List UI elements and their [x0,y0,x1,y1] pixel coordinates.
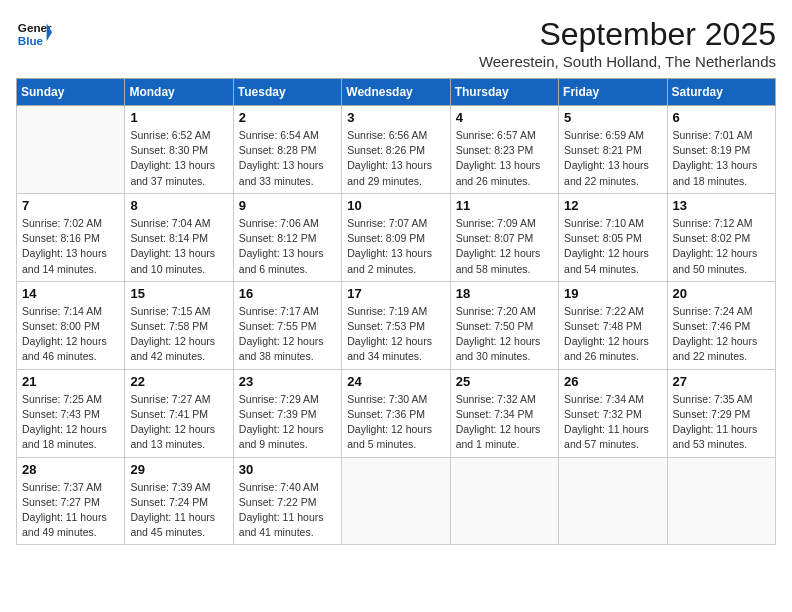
day-number: 18 [456,286,553,301]
day-number: 25 [456,374,553,389]
day-number: 23 [239,374,336,389]
day-number: 21 [22,374,119,389]
day-cell: 7Sunrise: 7:02 AMSunset: 8:16 PMDaylight… [17,193,125,281]
day-number: 17 [347,286,444,301]
day-number: 10 [347,198,444,213]
day-info: Sunrise: 6:52 AMSunset: 8:30 PMDaylight:… [130,128,227,189]
day-info: Sunrise: 7:27 AMSunset: 7:41 PMDaylight:… [130,392,227,453]
weekday-header-row: SundayMondayTuesdayWednesdayThursdayFrid… [17,79,776,106]
weekday-header-friday: Friday [559,79,667,106]
day-info: Sunrise: 7:22 AMSunset: 7:48 PMDaylight:… [564,304,661,365]
day-info: Sunrise: 7:19 AMSunset: 7:53 PMDaylight:… [347,304,444,365]
day-info: Sunrise: 7:14 AMSunset: 8:00 PMDaylight:… [22,304,119,365]
day-cell: 13Sunrise: 7:12 AMSunset: 8:02 PMDayligh… [667,193,775,281]
day-number: 13 [673,198,770,213]
day-cell: 24Sunrise: 7:30 AMSunset: 7:36 PMDayligh… [342,369,450,457]
day-info: Sunrise: 6:57 AMSunset: 8:23 PMDaylight:… [456,128,553,189]
day-cell: 27Sunrise: 7:35 AMSunset: 7:29 PMDayligh… [667,369,775,457]
logo: General Blue [16,16,52,52]
day-number: 12 [564,198,661,213]
location-title: Weerestein, South Holland, The Netherlan… [479,53,776,70]
day-cell [559,457,667,545]
day-info: Sunrise: 7:04 AMSunset: 8:14 PMDaylight:… [130,216,227,277]
day-info: Sunrise: 6:54 AMSunset: 8:28 PMDaylight:… [239,128,336,189]
day-info: Sunrise: 7:06 AMSunset: 8:12 PMDaylight:… [239,216,336,277]
week-row-3: 14Sunrise: 7:14 AMSunset: 8:00 PMDayligh… [17,281,776,369]
day-number: 1 [130,110,227,125]
day-info: Sunrise: 7:24 AMSunset: 7:46 PMDaylight:… [673,304,770,365]
day-cell: 9Sunrise: 7:06 AMSunset: 8:12 PMDaylight… [233,193,341,281]
day-cell: 21Sunrise: 7:25 AMSunset: 7:43 PMDayligh… [17,369,125,457]
day-info: Sunrise: 6:59 AMSunset: 8:21 PMDaylight:… [564,128,661,189]
day-number: 20 [673,286,770,301]
day-cell: 14Sunrise: 7:14 AMSunset: 8:00 PMDayligh… [17,281,125,369]
week-row-5: 28Sunrise: 7:37 AMSunset: 7:27 PMDayligh… [17,457,776,545]
day-number: 26 [564,374,661,389]
day-cell: 5Sunrise: 6:59 AMSunset: 8:21 PMDaylight… [559,106,667,194]
day-cell: 25Sunrise: 7:32 AMSunset: 7:34 PMDayligh… [450,369,558,457]
day-number: 14 [22,286,119,301]
day-cell: 3Sunrise: 6:56 AMSunset: 8:26 PMDaylight… [342,106,450,194]
day-info: Sunrise: 7:15 AMSunset: 7:58 PMDaylight:… [130,304,227,365]
day-info: Sunrise: 7:39 AMSunset: 7:24 PMDaylight:… [130,480,227,541]
day-info: Sunrise: 7:34 AMSunset: 7:32 PMDaylight:… [564,392,661,453]
day-info: Sunrise: 7:20 AMSunset: 7:50 PMDaylight:… [456,304,553,365]
day-cell: 20Sunrise: 7:24 AMSunset: 7:46 PMDayligh… [667,281,775,369]
weekday-header-wednesday: Wednesday [342,79,450,106]
day-number: 6 [673,110,770,125]
weekday-header-thursday: Thursday [450,79,558,106]
day-number: 29 [130,462,227,477]
week-row-4: 21Sunrise: 7:25 AMSunset: 7:43 PMDayligh… [17,369,776,457]
day-cell [342,457,450,545]
day-info: Sunrise: 7:09 AMSunset: 8:07 PMDaylight:… [456,216,553,277]
day-cell: 6Sunrise: 7:01 AMSunset: 8:19 PMDaylight… [667,106,775,194]
day-info: Sunrise: 7:30 AMSunset: 7:36 PMDaylight:… [347,392,444,453]
day-cell: 19Sunrise: 7:22 AMSunset: 7:48 PMDayligh… [559,281,667,369]
day-info: Sunrise: 7:17 AMSunset: 7:55 PMDaylight:… [239,304,336,365]
weekday-header-tuesday: Tuesday [233,79,341,106]
day-number: 22 [130,374,227,389]
day-number: 16 [239,286,336,301]
day-number: 3 [347,110,444,125]
day-cell [17,106,125,194]
weekday-header-saturday: Saturday [667,79,775,106]
day-cell: 28Sunrise: 7:37 AMSunset: 7:27 PMDayligh… [17,457,125,545]
day-number: 24 [347,374,444,389]
day-cell: 8Sunrise: 7:04 AMSunset: 8:14 PMDaylight… [125,193,233,281]
day-cell [667,457,775,545]
day-cell: 11Sunrise: 7:09 AMSunset: 8:07 PMDayligh… [450,193,558,281]
day-cell: 17Sunrise: 7:19 AMSunset: 7:53 PMDayligh… [342,281,450,369]
day-cell: 29Sunrise: 7:39 AMSunset: 7:24 PMDayligh… [125,457,233,545]
title-area: September 2025 Weerestein, South Holland… [479,16,776,70]
day-info: Sunrise: 7:35 AMSunset: 7:29 PMDaylight:… [673,392,770,453]
day-number: 9 [239,198,336,213]
day-cell: 26Sunrise: 7:34 AMSunset: 7:32 PMDayligh… [559,369,667,457]
day-cell: 1Sunrise: 6:52 AMSunset: 8:30 PMDaylight… [125,106,233,194]
month-title: September 2025 [479,16,776,53]
day-cell: 23Sunrise: 7:29 AMSunset: 7:39 PMDayligh… [233,369,341,457]
day-cell: 22Sunrise: 7:27 AMSunset: 7:41 PMDayligh… [125,369,233,457]
day-cell: 12Sunrise: 7:10 AMSunset: 8:05 PMDayligh… [559,193,667,281]
calendar: SundayMondayTuesdayWednesdayThursdayFrid… [16,78,776,545]
day-number: 7 [22,198,119,213]
day-number: 28 [22,462,119,477]
day-number: 8 [130,198,227,213]
day-number: 19 [564,286,661,301]
day-info: Sunrise: 7:29 AMSunset: 7:39 PMDaylight:… [239,392,336,453]
day-info: Sunrise: 7:25 AMSunset: 7:43 PMDaylight:… [22,392,119,453]
day-cell: 16Sunrise: 7:17 AMSunset: 7:55 PMDayligh… [233,281,341,369]
day-cell: 18Sunrise: 7:20 AMSunset: 7:50 PMDayligh… [450,281,558,369]
week-row-2: 7Sunrise: 7:02 AMSunset: 8:16 PMDaylight… [17,193,776,281]
day-cell: 15Sunrise: 7:15 AMSunset: 7:58 PMDayligh… [125,281,233,369]
day-cell: 30Sunrise: 7:40 AMSunset: 7:22 PMDayligh… [233,457,341,545]
day-cell: 10Sunrise: 7:07 AMSunset: 8:09 PMDayligh… [342,193,450,281]
weekday-header-sunday: Sunday [17,79,125,106]
day-number: 2 [239,110,336,125]
week-row-1: 1Sunrise: 6:52 AMSunset: 8:30 PMDaylight… [17,106,776,194]
day-cell: 4Sunrise: 6:57 AMSunset: 8:23 PMDaylight… [450,106,558,194]
day-number: 11 [456,198,553,213]
weekday-header-monday: Monday [125,79,233,106]
day-number: 15 [130,286,227,301]
day-info: Sunrise: 7:07 AMSunset: 8:09 PMDaylight:… [347,216,444,277]
day-info: Sunrise: 6:56 AMSunset: 8:26 PMDaylight:… [347,128,444,189]
